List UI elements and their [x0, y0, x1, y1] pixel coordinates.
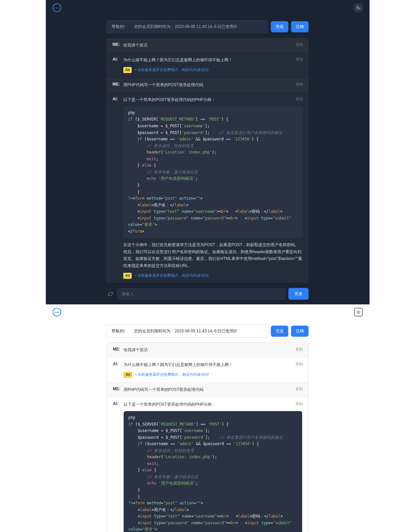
header — [46, 0, 370, 15]
message-text: 以下是一个简单的POST登录处理代码的PHP示例： — [123, 97, 302, 103]
copy-button[interactable]: 复制 — [296, 82, 303, 87]
logout-button[interactable]: 注销 — [291, 326, 309, 337]
user-message: ME: 给我讲个笑话 复制 — [106, 38, 309, 53]
chat-input[interactable] — [117, 288, 286, 300]
message-content: 为什么猪不能上网？因为它们总是被网上的狼吓得不敢上网！ Ad • 当前服务器开启… — [124, 362, 302, 378]
svg-line-7 — [357, 313, 357, 313]
status-bar: 尊敬的! 您的会员到期时间为：2023-06-05 11:43:14,今日已使用… — [106, 325, 309, 338]
status-prefix: 尊敬的! — [111, 24, 125, 30]
role-label: AI: — [113, 401, 124, 406]
user-message: ME: 用PHP代码写一个简单的POST登录处理代码 复制 — [107, 383, 308, 397]
ad-text[interactable]: • 当前服务器开启免费模式，购买代码请访问! — [135, 372, 209, 376]
reload-button[interactable] — [106, 290, 115, 298]
copy-button[interactable]: 复制 — [296, 97, 303, 102]
status-message: 您的会员到期时间为：2023-06-05 11:43:14,今日已使用0! — [134, 328, 237, 334]
logout-button[interactable]: 注销 — [291, 21, 309, 32]
copy-button[interactable]: 复制 — [295, 401, 303, 406]
explain-text: 在这个示例中，我们首先检查请求方法是否为POST，如果是POST，则获取提交的用… — [123, 241, 302, 269]
status-message: 您的会员到期时间为：2023-06-05 11:43:14,今日已使用0! — [134, 24, 237, 30]
code-block: phpif ($_SERVER['REQUEST_METHOD'] == 'PO… — [124, 411, 302, 532]
ai-message: AI: 为什么猪不能上网？因为它们总是被网上的狼吓得不敢上网！ Ad • 当前服… — [107, 358, 308, 382]
message-content: 为什么猪不能上网？因为它们总是被网上的狼吓得不敢上网！ Ad • 当前服务器开启… — [123, 57, 302, 73]
message-text: 用PHP代码写一个简单的POST登录处理代码 — [123, 82, 302, 88]
ad-badge: Ad — [123, 67, 132, 73]
chat-container: ME: 给我讲个笑话 复制 AI: 为什么猪不能上网？因为它们总是被网上的狼吓得… — [106, 342, 309, 532]
message-text: 为什么猪不能上网？因为它们总是被网上的狼吓得不敢上网！ — [124, 362, 302, 368]
status-prefix: 尊敬的! — [111, 328, 125, 334]
theme-toggle[interactable] — [354, 3, 363, 12]
role-label: ME: — [113, 42, 123, 48]
svg-line-4 — [359, 313, 360, 313]
ai-message: AI: 以下是一个简单的POST登录处理代码的PHP示例： phpif ($_S… — [106, 93, 309, 283]
message-text: 给我讲个笑话 — [124, 347, 302, 353]
copy-button[interactable]: 复制 — [295, 362, 303, 367]
app-logo — [53, 3, 61, 12]
ai-message: AI: 以下是一个简单的POST登录处理代码的PHP示例： phpif ($_S… — [107, 397, 308, 532]
code-block: phpif ($_SERVER['REQUEST_METHOD'] == 'PO… — [123, 106, 302, 238]
copy-button[interactable]: 复制 — [296, 57, 303, 62]
role-label: AI: — [113, 362, 124, 366]
recharge-button[interactable]: 充值 — [271, 326, 288, 337]
app-logo — [53, 308, 61, 317]
copy-button[interactable]: 复制 — [295, 387, 303, 392]
ad-badge: Ad — [124, 372, 132, 378]
role-label: AI: — [113, 97, 123, 101]
recharge-button[interactable]: 充值 — [271, 21, 288, 32]
status-text: 尊敬的! 您的会员到期时间为：2023-06-05 11:43:14,今日已使用… — [106, 20, 268, 33]
chat-container: ME: 给我讲个笑话 复制 AI: 为什么猪不能上网？因为它们总是被网上的狼吓得… — [106, 38, 309, 283]
message-text: 为什么猪不能上网？因为它们总是被网上的狼吓得不敢上网！ — [123, 57, 302, 63]
header — [46, 304, 370, 320]
reload-icon — [108, 292, 113, 296]
role-label: AI: — [113, 57, 123, 62]
message-content: 以下是一个简单的POST登录处理代码的PHP示例： phpif ($_SERVE… — [123, 97, 302, 279]
user-message: ME: 用PHP代码写一个简单的POST登录处理代码 复制 — [106, 78, 309, 93]
role-label: ME: — [113, 387, 124, 393]
role-label: ME: — [113, 82, 123, 88]
svg-line-3 — [357, 311, 357, 311]
role-label: ME: — [113, 347, 124, 353]
message-text: 用PHP代码写一个简单的POST登录处理代码 — [124, 387, 302, 393]
input-area: 发送 — [103, 283, 312, 304]
svg-point-0 — [357, 311, 359, 313]
message-text: 以下是一个简单的POST登录处理代码的PHP示例： — [124, 401, 302, 408]
sun-icon — [356, 310, 361, 314]
message-content: 以下是一个简单的POST登录处理代码的PHP示例： phpif ($_SERVE… — [124, 401, 302, 532]
theme-toggle[interactable] — [354, 308, 363, 317]
ad-text[interactable]: • 当前服务器开启免费模式，购买代码请访问! — [135, 68, 209, 72]
ad-line: Ad • 当前服务器开启免费模式，购买代码请访问! — [123, 67, 302, 73]
ad-badge: Ad — [123, 273, 132, 279]
moon-icon — [356, 5, 361, 10]
copy-button[interactable]: 复制 — [296, 42, 303, 47]
message-text: 给我讲个笑话 — [123, 42, 302, 48]
ai-message: AI: 为什么猪不能上网？因为它们总是被网上的狼吓得不敢上网！ Ad • 当前服… — [106, 53, 309, 77]
status-bar: 尊敬的! 您的会员到期时间为：2023-06-05 11:43:14,今日已使用… — [106, 20, 309, 33]
svg-line-8 — [359, 311, 360, 311]
status-text: 尊敬的! 您的会员到期时间为：2023-06-05 11:43:14,今日已使用… — [106, 325, 268, 338]
ad-text[interactable]: • 当前服务器开启免费模式，购买代码请访问! — [135, 273, 209, 277]
copy-button[interactable]: 复制 — [295, 347, 303, 352]
ad-line: Ad • 当前服务器开启免费模式，购买代码请访问! — [123, 272, 302, 279]
ad-line: Ad • 当前服务器开启免费模式，购买代码请访问! — [124, 371, 302, 378]
send-button[interactable]: 发送 — [288, 288, 309, 300]
user-message: ME: 给我讲个笑话 复制 — [107, 343, 308, 358]
